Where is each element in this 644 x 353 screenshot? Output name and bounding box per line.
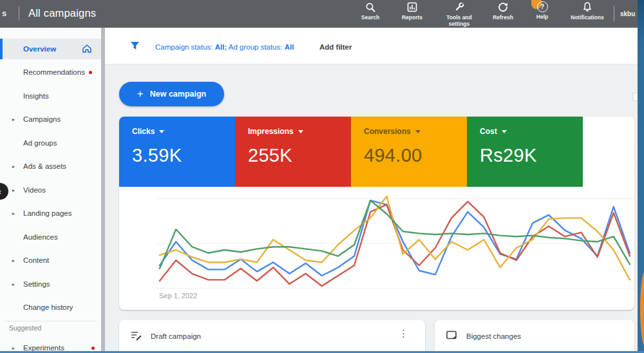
chevron-right-icon: ▸ [12,258,15,263]
search-button[interactable]: Search [347,1,393,21]
chart-line-cost [160,200,630,269]
topbar-divider [19,6,19,21]
draft-campaign-card[interactable]: Draft campaign ⋮ [119,320,425,353]
refresh-icon [497,1,509,13]
chevron-down-icon [415,130,421,133]
sidebar-item-ads-assets[interactable]: ▸ Ads & assets [0,156,101,176]
sidebar-item-insights[interactable]: Insights [0,86,101,106]
chevron-down-icon [159,130,164,133]
scorecard-value: 3.59K [132,145,235,166]
account-name-fragment[interactable]: skbu [620,10,635,17]
reports-icon [406,1,418,13]
sidebar-item-ad-groups[interactable]: Ad groups [0,133,101,153]
help-icon: ? [537,1,548,12]
search-icon [365,1,376,13]
sidebar: Overview Recommendations Insights ▸ Camp… [0,28,101,353]
scorecard-cost[interactable]: Cost Rs29K [467,117,583,187]
tools-and-settings-icon [453,1,465,13]
home-icon [82,44,92,55]
sidebar-item-overview[interactable]: Overview [0,39,101,59]
sidebar-item-audiences[interactable]: Audiences [0,227,101,247]
overview-chart-card: Clicks 3.59K Impressions 255K Conversion… [119,117,634,310]
add-filter-button[interactable]: Add filter [319,43,352,51]
scorecard-value: 255K [248,145,351,166]
performance-chart[interactable]: Sep 1, 2022 [119,187,634,310]
funnel-icon[interactable] [129,41,140,53]
scorecard-conversions[interactable]: Conversions 494.00 [351,117,467,187]
notifications-button[interactable]: Notifications [564,1,611,21]
biggest-changes-icon [446,330,457,341]
topbar-left-fragment: s [2,8,6,18]
help-button[interactable]: ? Help [519,1,565,20]
top-app-bar: s All campaigns Search Reports Tools and… [0,0,644,28]
topbar-account-divider [614,6,614,21]
sidebar-item-change-history[interactable]: Change history [0,297,101,318]
chevron-down-icon [298,130,303,133]
scorecard-impressions[interactable]: Impressions 255K [235,117,351,187]
plus-icon: + [137,88,144,100]
sidebar-section-label: Suggested [9,324,41,332]
chevron-down-icon [502,130,507,133]
video-frame-right-strip [638,0,644,353]
notification-dot [89,71,92,74]
chevron-right-icon: ▸ [12,164,15,169]
scorecard-clicks[interactable]: Clicks 3.59K [119,117,235,187]
sidebar-item-campaigns[interactable]: ▸ Campaigns [0,109,101,129]
page-title: All campaigns [28,7,96,19]
chevron-right-icon: ▸ [12,281,15,287]
sidebar-item-content[interactable]: ▸ Content [0,250,101,271]
scorecard-value: 494.00 [364,145,467,166]
x-axis-start-label: Sep 1, 2022 [159,292,197,300]
notification-dot [91,347,95,350]
scorecard-value: Rs29K [480,145,583,166]
new-campaign-button[interactable]: + New campaign [119,82,224,106]
campaign-status-filter[interactable]: Campaign status: All; Ad group status: A… [155,43,294,51]
chart-series-group [160,196,630,286]
sidebar-item-landing-pages[interactable]: ▸ Landing pages [0,203,101,224]
sidebar-item-settings[interactable]: ▸ Settings [0,274,101,294]
main-content: + New campaign Clicks 3.59K Impressions … [105,64,638,353]
sidebar-divider [5,321,97,321]
sidebar-item-recommendations[interactable]: Recommendations [0,62,101,82]
tools-and-settings-button[interactable]: Tools and settings [436,1,482,27]
chevron-right-icon: ▸ [12,117,15,122]
draft-campaign-icon [131,330,142,342]
chevron-right-icon: ▸ [12,211,15,216]
sidebar-item-videos[interactable]: ▸ Videos [0,180,101,200]
notifications-icon [582,1,593,13]
orange-cursor-blob [640,271,644,347]
scorecard-row: Clicks 3.59K Impressions 255K Conversion… [119,117,583,187]
biggest-changes-card[interactable]: Biggest changes [435,320,634,353]
reports-button[interactable]: Reports [389,1,435,21]
kebab-menu-icon[interactable]: ⋮ [399,328,408,339]
filter-bar: Campaign status: All; Ad group status: A… [105,28,638,64]
chevron-right-icon: ▸ [12,187,15,193]
sidebar-scrollbar[interactable] [101,28,105,353]
chevron-right-icon: ▸ [12,345,15,351]
